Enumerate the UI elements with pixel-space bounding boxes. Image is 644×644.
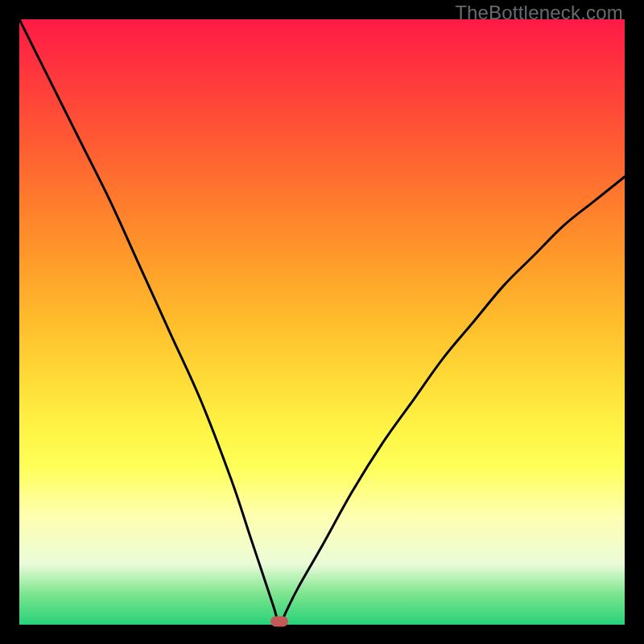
balance-marker xyxy=(270,617,288,627)
plot-area xyxy=(19,19,625,625)
chart-frame: TheBottleneck.com xyxy=(0,0,644,644)
bottleneck-curve xyxy=(19,19,625,625)
